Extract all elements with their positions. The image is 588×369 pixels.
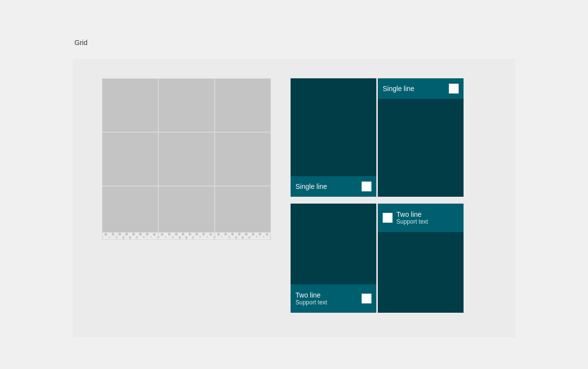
grid-cell: [215, 132, 271, 186]
tile-row-bottom: Two line Support text Two line: [291, 204, 464, 318]
main-container: Single line Single line: [73, 59, 515, 337]
grid-cell: [158, 78, 215, 132]
tile-checkbox-top-right[interactable]: [449, 84, 459, 93]
grid-cell: [102, 78, 158, 132]
page-title: Grid: [74, 39, 87, 46]
tile-support-bottom-left: Support text: [295, 299, 327, 306]
tile-label-bottom-right: Two line: [396, 210, 428, 218]
tile-label-top-left: Single line: [295, 183, 327, 190]
tile-support-bottom-right: Support text: [396, 218, 428, 225]
tile-bottom-right: Two line Support text: [378, 204, 464, 318]
tile-bar-bottom-left: Two line Support text: [291, 284, 376, 313]
tile-image-bottom-left: [291, 204, 376, 284]
grid-cell: [215, 186, 271, 240]
tile-bottom-left: Two line Support text: [291, 204, 376, 318]
tile-top-right: Single line: [378, 78, 464, 202]
tile-checkbox-bottom-left[interactable]: [362, 294, 371, 303]
tile-image-bottom-right: [378, 232, 464, 313]
tile-checkbox-bottom-right[interactable]: [383, 213, 392, 223]
tile-bar-top-right: Single line: [378, 78, 464, 99]
zigzag-top-right: [378, 197, 464, 202]
grid-cell: [158, 132, 215, 186]
grid-cell: [215, 78, 271, 132]
zigzag-bottom-left: [291, 313, 376, 318]
grid-cell: [158, 186, 215, 240]
tile-image-top-right: [378, 99, 464, 197]
tile-bar-top-left: Single line: [291, 176, 376, 197]
image-grid: [102, 78, 271, 240]
tile-row-top: Single line Single line: [291, 78, 464, 202]
tile-grid: Single line Single line: [291, 78, 464, 318]
zigzag-top-left: [291, 197, 376, 202]
zigzag-bottom-right: [378, 313, 464, 318]
tile-label-group-bottom-right: Two line Support text: [396, 210, 428, 225]
grid-cell: [102, 186, 158, 240]
tile-label-bottom-left: Two line: [295, 291, 327, 299]
tile-image-top-left: [291, 78, 376, 176]
tile-bar-bottom-right: Two line Support text: [378, 204, 464, 232]
tile-label-group-bottom-left: Two line Support text: [295, 291, 327, 306]
tile-top-left: Single line: [291, 78, 376, 202]
grid-cell: [102, 132, 158, 186]
tile-label-top-right: Single line: [383, 85, 415, 92]
tile-checkbox-top-left[interactable]: [362, 182, 371, 191]
